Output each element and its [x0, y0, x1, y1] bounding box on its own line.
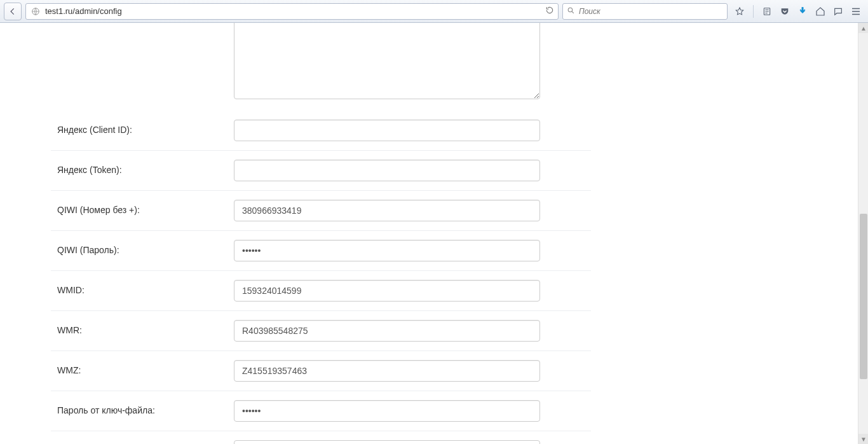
menu-icon[interactable] — [850, 6, 862, 17]
yandex-client-id-label: Яндекс (Client ID): — [57, 120, 234, 135]
chat-icon[interactable] — [832, 6, 844, 17]
wmid-label: WMID: — [57, 280, 234, 295]
search-icon — [567, 6, 575, 17]
form-row-wmid: WMID: — [51, 271, 591, 311]
globe-icon — [30, 6, 41, 17]
wmr-label: WMR: — [57, 320, 234, 335]
yandex-token-input[interactable] — [234, 160, 540, 181]
wmid-input[interactable] — [234, 280, 540, 302]
qiwi-password-input[interactable] — [234, 240, 540, 261]
config-form: Яндекс (Client ID): Яндекс (Token): QIWI… — [51, 23, 591, 444]
form-row-textarea — [51, 23, 591, 111]
form-row-yandex-token: Яндекс (Token): — [51, 151, 591, 191]
wmr-input[interactable] — [234, 320, 540, 342]
wmz-label: WMZ: — [57, 360, 234, 375]
yandex-client-id-input[interactable] — [234, 120, 540, 141]
wmz-input[interactable] — [234, 360, 540, 382]
form-row-wmz: WMZ: — [51, 351, 591, 391]
qiwi-password-label: QIWI (Пароль): — [57, 240, 234, 255]
search-input[interactable] — [579, 7, 723, 16]
form-row-key-file: Ключ-файл: 03-03-2016 15:14 Обзор… Файл … — [51, 431, 591, 444]
form-row-key-password: Пароль от ключ-файла: — [51, 391, 591, 431]
home-icon[interactable] — [815, 6, 826, 17]
form-row-wmr: WMR: — [51, 311, 591, 351]
yandex-token-label: Яндекс (Token): — [57, 160, 234, 175]
qiwi-number-label: QIWI (Номер без +): — [57, 200, 234, 215]
arrow-left-icon — [8, 7, 17, 16]
config-textarea[interactable] — [234, 23, 540, 99]
pocket-icon[interactable] — [779, 6, 790, 17]
key-password-label: Пароль от ключ-файла: — [57, 400, 234, 415]
form-row-qiwi-password: QIWI (Пароль): — [51, 231, 591, 271]
bookmark-star-icon[interactable] — [734, 6, 745, 17]
key-password-input[interactable] — [234, 400, 540, 422]
scroll-down-button[interactable]: ▼ — [858, 434, 868, 444]
form-row-yandex-client-id: Яндекс (Client ID): — [51, 111, 591, 151]
library-icon[interactable] — [761, 6, 773, 17]
browser-chrome: test1.ru/admin/config — [0, 0, 868, 23]
search-bar[interactable] — [562, 3, 728, 20]
vertical-scrollbar[interactable]: ▲ ▼ — [858, 23, 868, 444]
toolbar-separator — [753, 5, 754, 18]
page-viewport: Яндекс (Client ID): Яндекс (Token): QIWI… — [0, 23, 868, 444]
form-row-qiwi-number: QIWI (Номер без +): — [51, 191, 591, 231]
textarea-label — [57, 97, 234, 102]
qiwi-number-input[interactable] — [234, 200, 540, 221]
url-text: test1.ru/admin/config — [45, 6, 541, 16]
back-button[interactable] — [4, 3, 22, 20]
svg-point-1 — [568, 8, 573, 12]
toolbar-icons — [731, 5, 864, 18]
file-picker[interactable]: Обзор… Файл не выбран. — [234, 440, 540, 444]
url-bar[interactable]: test1.ru/admin/config — [25, 3, 559, 20]
scroll-up-button[interactable]: ▲ — [858, 23, 868, 33]
reload-icon[interactable] — [545, 6, 554, 17]
scroll-thumb[interactable] — [860, 214, 867, 379]
key-file-label-col: Ключ-файл: 03-03-2016 15:14 — [57, 440, 234, 444]
download-icon[interactable] — [797, 6, 808, 17]
